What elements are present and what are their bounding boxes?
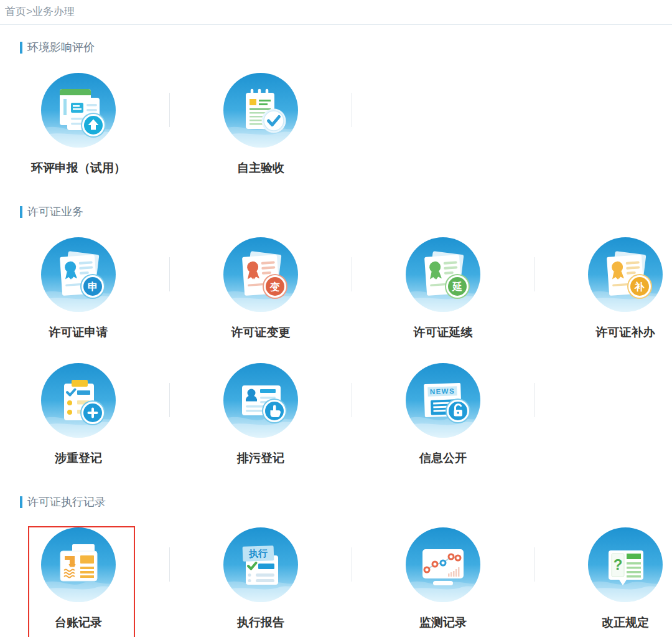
menu-item-discharge-registration[interactable]: 排污登记 (186, 363, 335, 465)
column-divider (352, 93, 352, 127)
menu-item-self-acceptance[interactable]: 自主验收 (186, 73, 335, 175)
column-divider (534, 547, 534, 582)
svg-text:补: 补 (634, 281, 645, 292)
svg-text:延: 延 (452, 281, 462, 292)
column-divider (352, 257, 352, 291)
column-divider (169, 547, 170, 582)
column-divider (169, 257, 170, 291)
certificate-apply-icon: 申 (41, 237, 116, 312)
registration-hand-icon (223, 363, 298, 438)
menu-item-label: 许可证变更 (186, 326, 335, 339)
section-header: 环境影响评价 (0, 40, 672, 54)
checklist-add-icon (41, 363, 116, 438)
question-book-icon: ? (588, 527, 663, 602)
menu-item-license-reissue[interactable]: 补 许可证补办 (551, 237, 672, 339)
menu-item-monitoring-records[interactable]: 监测记录 (368, 527, 518, 630)
certificate-renew-icon: 延 (406, 237, 480, 312)
menu-item-label: 涉重登记 (4, 451, 153, 465)
menu-item-ledger-records[interactable]: 台账记录 (4, 527, 153, 630)
menu-item-label: 台账记录 (4, 616, 153, 630)
business-handling-page: 首页>业务办理 环境影响评价 (0, 0, 672, 637)
column-divider (534, 257, 534, 291)
menu-item-license-application[interactable]: 申 许可证申请 (4, 237, 153, 339)
certificate-change-icon: 变 (223, 237, 298, 312)
execution-report-icon: 执行 (223, 527, 298, 602)
menu-item-label: 执行报告 (186, 616, 335, 630)
menu-item-label: 监测记录 (368, 616, 518, 630)
svg-text:变: 变 (269, 281, 280, 292)
section-eia: 环境影响评价 (0, 40, 672, 175)
section-title: 环境影响评价 (27, 40, 95, 55)
icon-row: 申 许可证申请 (0, 237, 672, 339)
menu-item-label: 许可证申请 (4, 326, 153, 339)
menu-item-execution-report[interactable]: 执行 执行报告 (186, 527, 335, 630)
column-divider (169, 93, 170, 127)
menu-item-license-renewal[interactable]: 延 许可证延续 (368, 237, 518, 339)
section-header: 许可证执行记录 (0, 495, 672, 509)
menu-item-label: 改正规定 (551, 616, 672, 630)
ledger-record-icon (41, 527, 116, 602)
menu-item-label: 环评申报（试用） (4, 161, 153, 175)
svg-text:申: 申 (88, 281, 98, 292)
menu-item-label: 许可证补办 (551, 326, 672, 339)
certificate-reissue-icon: 补 (588, 237, 663, 312)
menu-item-label: 许可证延续 (368, 326, 518, 339)
column-divider (352, 383, 352, 417)
menu-item-correction-rules[interactable]: ? 改正规定 (551, 527, 672, 630)
section-header: 许可证业务 (0, 205, 672, 219)
icon-row: 环评申报（试用） (0, 73, 672, 175)
section-title: 许可证执行记录 (27, 494, 106, 509)
icon-row: 台账记录 执行 (0, 527, 672, 630)
column-divider (169, 383, 170, 417)
title-accent-bar (20, 42, 22, 54)
menu-item-license-change[interactable]: 变 许可证变更 (186, 237, 335, 339)
monitor-chart-icon (406, 527, 480, 602)
notepad-check-icon (223, 73, 298, 148)
menu-item-label: 信息公开 (368, 451, 518, 465)
icon-row: 涉重登记 (0, 363, 672, 465)
menu-item-label: 排污登记 (186, 451, 335, 465)
news-unlock-icon: NEWS (406, 363, 480, 438)
menu-item-eia-declaration-trial[interactable]: 环评申报（试用） (4, 73, 153, 175)
section-title: 许可证业务 (27, 204, 83, 219)
title-accent-bar (20, 206, 22, 218)
menu-item-heavy-metal-registration[interactable]: 涉重登记 (4, 363, 153, 465)
title-accent-bar (20, 496, 22, 508)
section-license-execution: 许可证执行记录 (0, 495, 672, 630)
column-divider (534, 383, 534, 417)
column-divider (352, 547, 352, 582)
svg-text:?: ? (614, 556, 623, 573)
svg-text:NEWS: NEWS (430, 387, 455, 395)
breadcrumb[interactable]: 首页>业务办理 (0, 0, 672, 25)
svg-text:执行: 执行 (248, 547, 268, 559)
menu-item-label: 自主验收 (186, 161, 335, 175)
menu-item-information-disclosure[interactable]: NEWS 信息公开 (368, 363, 518, 465)
eia-upload-icon (41, 73, 116, 148)
section-license: 许可证业务 (0, 205, 672, 465)
